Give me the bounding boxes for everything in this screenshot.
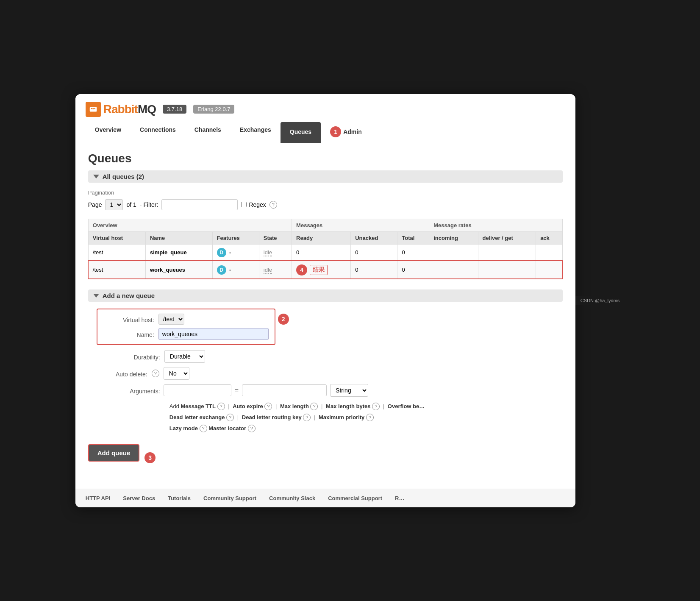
annotation-1: 1 [330,126,341,137]
watermark: CSDN @ha_lydms [575,296,625,305]
add-queue-section-header[interactable]: Add a new queue [88,289,563,302]
col-total: Total [397,231,429,244]
lazy-mode-help[interactable]: ? [200,425,207,432]
max-length-bytes-help[interactable]: ? [372,403,380,410]
all-queues-section-header[interactable]: All queues (2) [88,170,563,183]
col-incoming: incoming [429,231,478,244]
page-select[interactable]: 1 [105,199,123,210]
col-ready: Ready [292,231,351,244]
dead-letter-exchange-link[interactable]: Dead letter exchange [169,414,225,420]
arguments-type-select[interactable]: String Number Boolean [330,384,368,397]
equals-sign: = [235,387,239,394]
all-queues-title: All queues (2) [103,173,144,180]
row2-incoming [429,261,478,279]
auto-expire-help[interactable]: ? [264,403,272,410]
nav-connections[interactable]: Connections [131,122,185,143]
col-deliver-get: deliver / get [478,231,536,244]
add-queue-collapse-icon [93,294,99,298]
lazy-mode-link[interactable]: Lazy mode [169,425,198,431]
footer-more[interactable]: R… [395,495,404,501]
rabbitmq-logo-icon [86,102,101,117]
auto-expire-link[interactable]: Auto expire [233,403,263,409]
col-unacked: Unacked [351,231,397,244]
nav-exchanges[interactable]: Exchanges [231,122,281,143]
col-vhost: Virtual host [88,231,145,244]
add-queue-button[interactable]: Add queue [88,444,140,462]
page-title: Queues [88,152,563,165]
arguments-label: Arguments: [97,386,160,395]
row2-state: idle [259,261,292,279]
row1-deliver-get [478,244,536,261]
filter-input[interactable] [161,199,238,210]
max-priority-link[interactable]: Maximum priority [319,414,364,420]
msg-ttl-help[interactable]: ? [217,403,225,410]
dlrk-help[interactable]: ? [303,414,311,421]
dead-letter-routing-key-link[interactable]: Dead letter routing key [242,414,302,420]
svg-rect-3 [92,108,94,109]
add-queue-title: Add a new queue [103,292,155,299]
feature-badge: D [217,265,226,275]
table-row: /test work_queues D ▪ idle 4 结果 [88,261,562,279]
footer-community-slack[interactable]: Community Slack [269,495,315,501]
dle-help[interactable]: ? [226,414,234,421]
max-length-link[interactable]: Max length [280,403,309,409]
main-nav: Overview Connections Channels Exchanges … [86,122,565,143]
feature-badge: D [217,248,226,257]
group-header-message-rates: Message rates [429,219,563,231]
pagination-label: Pagination [88,189,563,196]
nav-admin[interactable]: 1 Admin [321,122,371,143]
arguments-value-input[interactable] [242,384,327,396]
footer-tutorials[interactable]: Tutorials [168,495,191,501]
footer: HTTP API Server Docs Tutorials Community… [75,489,575,507]
regex-checkbox[interactable] [241,202,247,207]
row2-ack [536,261,563,279]
group-header-overview: Overview [88,219,292,231]
version-badge: 3.7.18 [163,105,186,114]
name-label: Name: [103,329,154,338]
max-priority-help[interactable]: ? [366,414,374,421]
annotation-3: 3 [144,452,156,463]
durability-label: Durability: [97,352,160,361]
max-length-bytes-link[interactable]: Max length bytes [326,403,370,409]
message-ttl-link[interactable]: Message TTL [181,403,216,409]
row2-ready: 4 结果 [292,261,351,279]
group-header-messages: Messages [292,219,429,231]
col-ack: ack [536,231,563,244]
row2-name[interactable]: work_queues [145,261,212,279]
master-locator-link[interactable]: Master locator [208,425,246,431]
svg-point-1 [91,108,92,109]
queues-table: Overview Messages Message rates Virtual … [88,219,563,279]
regex-checkbox-label: Regex [241,201,266,208]
col-name: Name [145,231,212,244]
add-label: Add [169,403,179,409]
row1-name[interactable]: simple_queue [145,244,212,261]
row1-vhost: /test [88,244,145,261]
row1-unacked: 0 [351,244,397,261]
auto-delete-select[interactable]: No Yes [164,367,189,380]
durability-select[interactable]: Durable Transient [164,350,205,363]
auto-delete-help-icon[interactable]: ? [152,370,159,377]
nav-overview[interactable]: Overview [86,122,131,143]
row1-feature: D ▪ [212,244,259,261]
queue-name-input[interactable] [158,328,269,340]
arguments-key-input[interactable] [164,384,231,396]
table-row: /test simple_queue D ▪ idle 0 0 0 [88,244,562,261]
footer-commercial-support[interactable]: Commercial Support [328,495,382,501]
footer-http-api[interactable]: HTTP API [86,495,111,501]
row2-total: 0 [397,261,429,279]
footer-community-support[interactable]: Community Support [203,495,256,501]
app-logo-text: RabbitMQ [103,103,156,116]
row2-unacked: 0 [351,261,397,279]
nav-queues[interactable]: Queues [281,122,321,143]
col-features: Features [212,231,259,244]
nav-channels[interactable]: Channels [185,122,231,143]
footer-server-docs[interactable]: Server Docs [123,495,155,501]
pagination-section: Pagination Page 1 of 1 - Filter: Regex ? [88,189,563,210]
virtual-host-select[interactable]: /test [158,314,184,325]
overflow-link[interactable]: Overflow be… [388,403,425,409]
erlang-badge: Erlang 22.0.7 [193,105,234,114]
add-queue-section: Add a new queue 2 Virtual host: /test Na… [88,289,563,434]
master-locator-help[interactable]: ? [248,425,256,432]
max-length-help[interactable]: ? [310,403,318,410]
regex-help-icon[interactable]: ? [269,201,277,209]
